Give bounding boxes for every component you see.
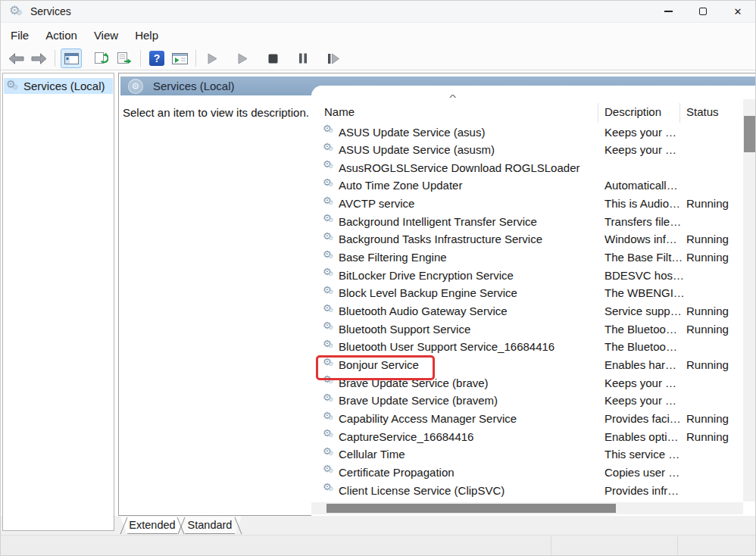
service-row[interactable]: ⚙ ⚙ Block Level Backup Engine Service Th… <box>311 285 743 303</box>
help-icon: ? <box>149 51 164 66</box>
forward-button[interactable] <box>28 48 49 68</box>
service-status: Running <box>686 233 729 245</box>
service-row[interactable]: ⚙ ⚙ Auto Time Zone Updater Automaticall… <box>311 177 743 195</box>
service-name: AVCTP service <box>339 197 414 210</box>
service-description: Keeps your … <box>604 126 676 139</box>
service-row[interactable]: ⚙ ⚙ Certificate Propagation Copies user … <box>311 464 743 482</box>
resume-service-button[interactable] <box>232 48 253 68</box>
service-name: Certificate Propagation <box>339 466 455 479</box>
tree-item-services-local[interactable]: ⚙ ⚙ Services (Local) <box>4 78 113 94</box>
service-row[interactable]: ⚙ ⚙ Brave Update Service (bravem) Keeps … <box>311 392 743 411</box>
service-status: Running <box>686 412 729 425</box>
close-button[interactable]: ✕ <box>720 1 755 22</box>
sort-ascending-icon: ^ <box>449 93 456 102</box>
service-description: BDESVC hos… <box>604 269 684 282</box>
service-name: Cellular Time <box>339 448 405 461</box>
service-gear-icon: ⚙ ⚙ <box>323 321 335 333</box>
footer-divider <box>677 536 678 556</box>
service-name: CaptureService_16684416 <box>339 430 473 443</box>
service-status: Running <box>686 358 729 371</box>
minimize-button[interactable] <box>651 1 686 22</box>
vertical-scrollbar-thumb[interactable] <box>744 116 755 152</box>
service-name: ASUS Update Service (asus) <box>339 126 485 139</box>
service-description: Service supp… <box>604 305 682 317</box>
column-header-name[interactable]: Name <box>324 105 355 118</box>
menu-item[interactable]: View <box>86 26 127 45</box>
service-row[interactable]: ⚙ ⚙ CaptureService_16684416 Enables opti… <box>311 428 743 446</box>
maximize-icon <box>699 8 707 15</box>
service-row[interactable]: ⚙ ⚙ Base Filtering Engine The Base Filt…… <box>311 249 743 267</box>
help-button[interactable]: ? <box>146 48 167 68</box>
pause-service-button[interactable] <box>292 48 314 68</box>
maximize-button[interactable] <box>686 1 720 22</box>
column-header-status[interactable]: Status <box>686 105 719 118</box>
start-service-button[interactable] <box>201 48 223 68</box>
footer-divider <box>551 536 551 556</box>
service-description: Windows inf… <box>604 233 677 245</box>
service-name: Bluetooth Support Service <box>339 323 470 336</box>
service-name: Bluetooth Audio Gateway Service <box>339 305 508 317</box>
service-name: Block Level Backup Engine Service <box>339 286 517 299</box>
column-separator <box>679 103 680 123</box>
service-gear-icon: ⚙ ⚙ <box>323 483 335 495</box>
view-tab[interactable]: Standard <box>177 517 243 534</box>
service-description: Provides infr… <box>604 484 679 497</box>
service-gear-icon: ⚙ ⚙ <box>323 124 335 136</box>
service-description: The Bluetoo… <box>604 323 677 336</box>
toolbar-separator <box>140 50 141 67</box>
horizontal-scrollbar-thumb[interactable] <box>326 504 616 513</box>
service-row[interactable]: ⚙ ⚙ Capability Access Manager Service Pr… <box>311 411 743 429</box>
restart-icon <box>327 53 339 64</box>
play-icon <box>238 53 248 64</box>
show-console-tree-button[interactable] <box>61 48 82 68</box>
services-window: ⚙ ⚙ Services ✕ File Action View Help <box>0 0 756 556</box>
pause-icon <box>298 53 308 64</box>
service-name: Bluetooth User Support Service_16684416 <box>339 340 555 353</box>
service-row[interactable]: ⚙ ⚙ Background Tasks Infrastructure Serv… <box>311 231 743 249</box>
view-tab[interactable]: Extended <box>119 517 186 534</box>
vertical-scrollbar[interactable] <box>743 99 756 501</box>
view-tab-label: Standard <box>177 519 243 531</box>
service-gear-icon: ⚙ ⚙ <box>323 196 335 208</box>
service-row[interactable]: ⚙ ⚙ Bluetooth Support Service The Blueto… <box>311 320 743 339</box>
console-tree-panel: ⚙ ⚙ Services (Local) <box>2 73 114 531</box>
stop-service-button[interactable] <box>262 48 283 68</box>
toolbar-separator <box>55 50 55 67</box>
service-row[interactable]: ⚙ ⚙ Client License Service (ClipSVC) Pro… <box>311 482 743 500</box>
service-row[interactable]: ⚙ ⚙ BitLocker Drive Encryption Service B… <box>311 267 743 285</box>
export-list-button[interactable] <box>114 48 135 68</box>
service-row[interactable]: ⚙ ⚙ Bonjour Service Enables har… Running <box>311 357 743 375</box>
close-icon: ✕ <box>734 6 742 17</box>
show-action-pane-button[interactable] <box>169 48 190 68</box>
service-gear-icon: ⚙ ⚙ <box>323 339 335 351</box>
service-row[interactable]: ⚙ ⚙ Cellular Time This service … <box>311 446 743 464</box>
service-row[interactable]: ⚙ ⚙ AVCTP service This is Audio… Running <box>311 195 743 214</box>
service-description: The WBENGI… <box>604 286 685 299</box>
service-name: Capability Access Manager Service <box>339 412 517 425</box>
restart-service-button[interactable] <box>323 48 344 68</box>
menu-item[interactable]: Action <box>37 26 86 45</box>
menu-bar: File Action View Help <box>1 22 755 47</box>
service-row[interactable]: ⚙ ⚙ ASUS Update Service (asus) Keeps you… <box>311 123 743 142</box>
menu-item[interactable]: Help <box>127 26 167 45</box>
service-name: Background Intelligent Transfer Service <box>339 215 537 228</box>
back-button[interactable] <box>5 48 27 68</box>
menu-item[interactable]: File <box>2 26 37 45</box>
service-description: Transfers file… <box>604 215 681 228</box>
service-description: Copies user … <box>604 466 679 479</box>
service-row[interactable]: ⚙ ⚙ Bluetooth Audio Gateway Service Serv… <box>311 303 743 321</box>
service-gear-icon: ⚙ ⚙ <box>323 447 335 459</box>
service-row[interactable]: ⚙ ⚙ AsusROGLSLService Download ROGLSLoad… <box>311 159 743 177</box>
service-row[interactable]: ⚙ ⚙ Background Intelligent Transfer Serv… <box>311 213 743 231</box>
service-description: Keeps your … <box>604 143 676 156</box>
service-status: Running <box>686 197 729 210</box>
service-row[interactable]: ⚙ ⚙ Bluetooth User Support Service_16684… <box>311 339 743 357</box>
service-row[interactable]: ⚙ ⚙ ASUS Update Service (asusm) Keeps yo… <box>311 142 743 160</box>
horizontal-scrollbar[interactable] <box>311 502 743 514</box>
service-gear-icon: ⚙ ⚙ <box>323 160 335 172</box>
service-description: The Base Filt… <box>604 251 683 264</box>
service-gear-icon: ⚙ ⚙ <box>323 250 335 262</box>
service-gear-icon: ⚙ ⚙ <box>323 178 335 190</box>
refresh-button[interactable] <box>91 48 112 68</box>
column-header-description[interactable]: Description <box>604 105 661 118</box>
